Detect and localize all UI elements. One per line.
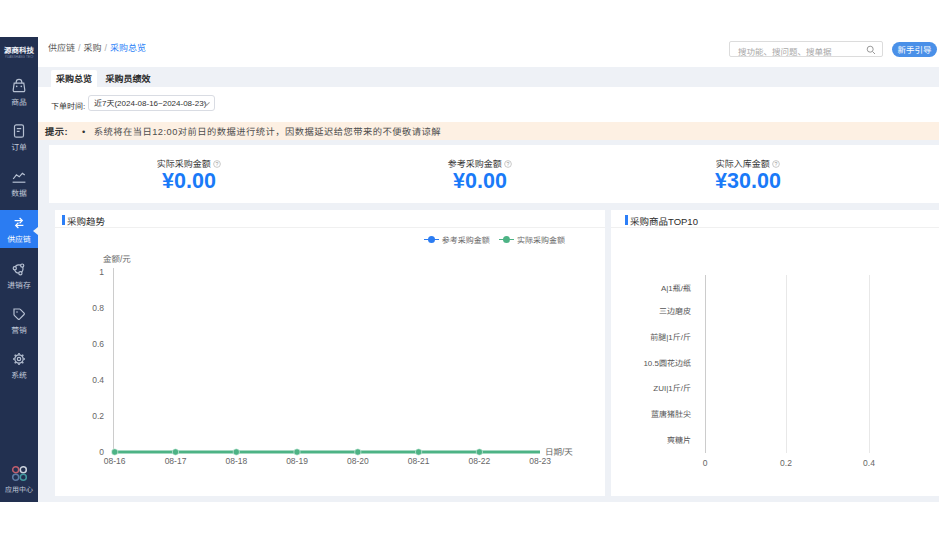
svg-text:0.2: 0.2 [780, 456, 792, 468]
svg-text:08-21: 08-21 [408, 454, 430, 466]
svg-text:08-18: 08-18 [225, 454, 247, 466]
svg-text:?: ? [775, 160, 778, 167]
svg-text:1: 1 [99, 265, 104, 277]
svg-text:0.4: 0.4 [863, 456, 875, 468]
svg-text:?: ? [216, 160, 219, 167]
svg-text:0.8: 0.8 [92, 301, 104, 313]
svg-text:爽糖片: 爽糖片 [667, 434, 691, 445]
svg-text:08-19: 08-19 [286, 454, 308, 466]
svg-text:08-17: 08-17 [165, 454, 187, 466]
svg-text:0.6: 0.6 [92, 337, 104, 349]
svg-text:A|1瓶/瓶: A|1瓶/瓶 [661, 282, 691, 293]
svg-text:0.4: 0.4 [92, 373, 104, 385]
svg-text:三边磨皮: 三边磨皮 [659, 305, 691, 316]
svg-text:0.2: 0.2 [92, 409, 104, 421]
svg-text:08-20: 08-20 [347, 454, 369, 466]
svg-text:08-16: 08-16 [104, 454, 126, 466]
svg-text:金额/元: 金额/元 [103, 252, 131, 264]
svg-text:?: ? [507, 160, 510, 167]
svg-text:0: 0 [703, 456, 708, 468]
svg-text:日期/天: 日期/天 [545, 445, 573, 457]
svg-text:10.5圆花边纸: 10.5圆花边纸 [643, 357, 691, 368]
svg-text:前腿|1斤/斤: 前腿|1斤/斤 [650, 331, 691, 342]
svg-text:ZUI|1斤/斤: ZUI|1斤/斤 [653, 382, 691, 393]
svg-text:蓝唐猪肚尖: 蓝唐猪肚尖 [651, 408, 691, 419]
svg-text:08-22: 08-22 [469, 454, 491, 466]
